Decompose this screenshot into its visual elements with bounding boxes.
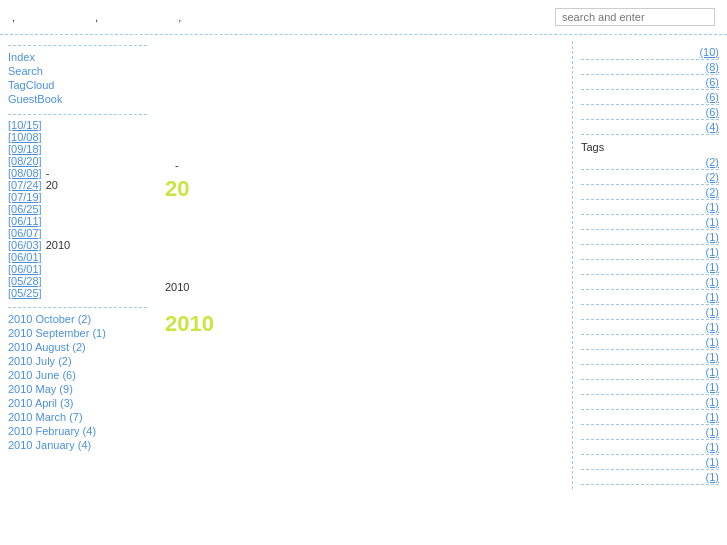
left-sidebar: Index Search TagCloud GuestBook [10/15] … [0,41,155,489]
date-link-0528[interactable]: [05/28] [8,275,42,287]
right-count-6c[interactable]: (6) [581,105,719,120]
tag-count-9[interactable]: (1) [581,275,719,290]
header: , , , [0,0,727,35]
right-sidebar: (10) (8) (6) (6) (6) (4) Tags (2) (2) (2… [572,41,727,489]
date-row-0528: [05/28] [8,275,147,287]
header-link-2[interactable]: , [95,11,98,23]
sidebar-item-index[interactable]: Index [8,50,147,64]
tag-count-15[interactable]: (1) [581,365,719,380]
date-link-0601b[interactable]: [06/01] [8,263,42,275]
tag-count-18[interactable]: (1) [581,410,719,425]
right-count-8[interactable]: (8) [581,60,719,75]
tag-count-2[interactable]: (2) [581,170,719,185]
sidebar-item-tagcloud[interactable]: TagCloud [8,78,147,92]
date-link-0607[interactable]: [06/07] [8,227,42,239]
tag-count-8[interactable]: (1) [581,260,719,275]
right-count-6b[interactable]: (6) [581,90,719,105]
right-count-10[interactable]: (10) [581,45,719,60]
main-layout: Index Search TagCloud GuestBook [10/15] … [0,35,727,495]
date-row-0918: [09/18] [8,143,147,155]
tag-count-12[interactable]: (1) [581,320,719,335]
tag-count-3[interactable]: (2) [581,185,719,200]
sidebar-item-search[interactable]: Search [8,64,147,78]
tag-count-4[interactable]: (1) [581,200,719,215]
page-wrapper: , , , Index Search TagCloud GuestBook [1… [0,0,727,545]
date-row-1008: [10/08] [8,131,147,143]
right-tag-counts: (2) (2) (2) (1) (1) (1) (1) (1) (1) (1) … [581,155,719,485]
tag-count-1[interactable]: (2) [581,155,719,170]
date-row-0808: [08/08] - [8,167,147,179]
tag-count-10[interactable]: (1) [581,290,719,305]
date-row-0611: [06/11] [8,215,147,227]
date-row-0601a: [06/01] [8,251,147,263]
archive-mar[interactable]: 2010 March (7) [8,410,147,424]
date-row-0625: [06/25] [8,203,147,215]
tags-label: Tags [581,141,719,153]
tag-count-17[interactable]: (1) [581,395,719,410]
date-extra-0603: 2010 [46,239,70,251]
date-link-0611[interactable]: [06/11] [8,215,42,227]
tag-count-14[interactable]: (1) [581,350,719,365]
date-row-1015: [10/15] [8,119,147,131]
date-link-0625[interactable]: [06/25] [8,203,42,215]
date-link-1008[interactable]: [10/08] [8,131,42,143]
tag-count-20[interactable]: (1) [581,440,719,455]
date-row-0525: [05/25] [8,287,147,299]
date-link-1015[interactable]: [10/15] [8,119,42,131]
archive-jun[interactable]: 2010 June (6) [8,368,147,382]
date-dash-0808: - [46,167,50,179]
sidebar-item-guestbook[interactable]: GuestBook [8,92,147,106]
right-count-4[interactable]: (4) [581,120,719,135]
tag-count-21[interactable]: (1) [581,455,719,470]
search-input[interactable] [555,8,715,26]
date-extra-0724: 20 [46,179,58,191]
date-link-0724[interactable]: [07/24] [8,179,42,191]
right-count-6a[interactable]: (6) [581,75,719,90]
center-content: - 20 2010 2010 [155,41,572,489]
date-link-0525[interactable]: [05/25] [8,287,42,299]
archive-apr[interactable]: 2010 April (3) [8,396,147,410]
tag-count-22[interactable]: (1) [581,470,719,485]
archive-sep[interactable]: 2010 September (1) [8,326,147,340]
date-row-0601b: [06/01] [8,263,147,275]
archive-jul[interactable]: 2010 July (2) [8,354,147,368]
archive-section: 2010 October (2) 2010 September (1) 2010… [8,307,147,452]
archive-aug[interactable]: 2010 August (2) [8,340,147,354]
tag-count-19[interactable]: (1) [581,425,719,440]
date-row-0724: [07/24] 20 [8,179,147,191]
tag-count-11[interactable]: (1) [581,305,719,320]
archive-feb[interactable]: 2010 February (4) [8,424,147,438]
date-link-0603[interactable]: [06/03] [8,239,42,251]
right-counts-top: (10) (8) (6) (6) (6) (4) [581,45,719,135]
center-number-2010: 2010 [165,311,214,337]
header-links: , , , [12,11,555,23]
tag-count-7[interactable]: (1) [581,245,719,260]
date-row-0719: [07/19] [8,191,147,203]
search-box-wrapper [555,8,715,26]
date-link-0601a[interactable]: [06/01] [8,251,42,263]
date-link-0820[interactable]: [08/20] [8,155,42,167]
archive-may[interactable]: 2010 May (9) [8,382,147,396]
date-row-0820: [08/20] [8,155,147,167]
nav-section: Index Search TagCloud GuestBook [8,45,147,106]
tag-count-13[interactable]: (1) [581,335,719,350]
tag-count-5[interactable]: (1) [581,215,719,230]
date-link-0808[interactable]: [08/08] [8,167,42,179]
center-number-20: 20 [165,176,189,202]
tag-count-6[interactable]: (1) [581,230,719,245]
header-link-1[interactable]: , [12,11,15,23]
date-link-0918[interactable]: [09/18] [8,143,42,155]
archive-jan[interactable]: 2010 January (4) [8,438,147,452]
date-section: [10/15] [10/08] [09/18] [08/20] [08/08] … [8,114,147,299]
date-link-0719[interactable]: [07/19] [8,191,42,203]
date-row-0603: [06/03] 2010 [8,239,147,251]
center-dash: - [175,159,179,171]
center-text-2010: 2010 [165,281,189,293]
archive-oct[interactable]: 2010 October (2) [8,312,147,326]
tag-count-16[interactable]: (1) [581,380,719,395]
header-link-3[interactable]: , [178,11,181,23]
date-row-0607: [06/07] [8,227,147,239]
